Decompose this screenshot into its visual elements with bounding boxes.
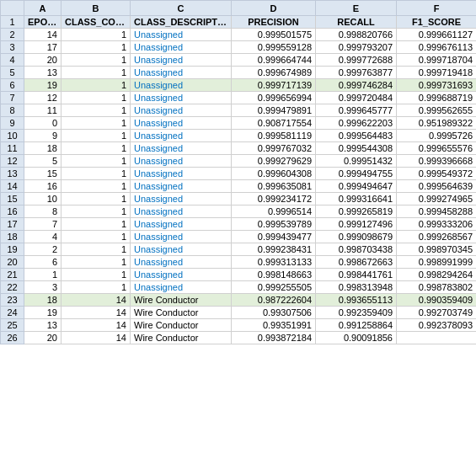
epoch-cell: 4 — [24, 231, 62, 243]
table-row: 4201Unassigned0.9996647440.9997726880.99… — [1, 54, 477, 67]
recall-cell: 0.998672663 — [316, 256, 397, 269]
f1-score-cell: 0.999661127 — [397, 29, 477, 41]
f1-score-cell: 0.999549372 — [397, 168, 477, 180]
class-code-cell: 1 — [62, 130, 131, 142]
f1-score-cell: 0.999564639 — [397, 180, 477, 193]
recall-cell: 0.999720484 — [316, 92, 397, 104]
row-number: 16 — [1, 205, 24, 218]
precision-cell: 0.998148663 — [232, 269, 316, 281]
recall-cell: 0.999494755 — [316, 168, 397, 180]
recall-cell: 0.999645777 — [316, 104, 397, 117]
class-description-cell: Unassigned — [131, 104, 232, 117]
class-code-cell: 1 — [62, 92, 131, 104]
class-code-cell: 1 — [62, 155, 131, 168]
precision-cell: 0.908717554 — [232, 117, 316, 130]
recall-cell: 0.999746284 — [316, 79, 397, 92]
epoch-cell: 13 — [24, 319, 62, 332]
row-number: 10 — [1, 130, 24, 142]
class-description-cell: Unassigned — [131, 218, 232, 231]
f1-score-cell: 0.998294264 — [397, 269, 477, 281]
f1-score-cell: 0.998783802 — [397, 281, 477, 294]
class-code-cell: 1 — [62, 29, 131, 41]
row-number: 6 — [1, 79, 24, 92]
f1-score-cell: 0.999676113 — [397, 41, 477, 54]
table-row: 8111Unassigned0.9994798910.9996457770.99… — [1, 104, 477, 117]
row-number: 20 — [1, 256, 24, 269]
table-row: 5131Unassigned0.9996749890.9997638770.99… — [1, 67, 477, 79]
f1-score-cell: 0.999731693 — [397, 79, 477, 92]
table-row: 1921Unassigned0.9992384310.9987034380.99… — [1, 243, 477, 256]
class-description-cell: Wire Conductor — [131, 332, 232, 344]
precision-cell: 0.999501575 — [232, 29, 316, 41]
class-description-cell: Unassigned — [131, 193, 232, 205]
class-description-cell: Unassigned — [131, 92, 232, 104]
class-description-cell: Unassigned — [131, 130, 232, 142]
header-cell-c: CLASS_DESCRIPTION — [131, 16, 232, 29]
epoch-cell: 13 — [24, 67, 62, 79]
class-description-cell: Wire Conductor — [131, 319, 232, 332]
recall-cell: 0.999622203 — [316, 117, 397, 130]
recall-cell: 0.992359409 — [316, 307, 397, 319]
f1-score-cell: 0.990359409 — [397, 294, 477, 307]
precision-cell: 0.999238431 — [232, 243, 316, 256]
epoch-cell: 20 — [24, 332, 62, 344]
recall-cell: 0.90091856 — [316, 332, 397, 344]
f1-score-cell: 0.9995726 — [397, 130, 477, 142]
precision-cell: 0.999255505 — [232, 281, 316, 294]
f1-score-cell: 0.998970345 — [397, 243, 477, 256]
class-code-cell: 1 — [62, 67, 131, 79]
spreadsheet-table: ABCDEF1EPOCHCLASS_CODECLASS_DESCRIPTIONP… — [0, 0, 476, 344]
precision-cell: 0.999717139 — [232, 79, 316, 92]
class-description-cell: Unassigned — [131, 155, 232, 168]
epoch-cell: 19 — [24, 307, 62, 319]
row-number: 14 — [1, 180, 24, 193]
table-row: 11181Unassigned0.9997670320.9995443080.9… — [1, 142, 477, 155]
row-number: 5 — [1, 67, 24, 79]
table-row: 7121Unassigned0.9996569940.9997204840.99… — [1, 92, 477, 104]
table-row: 901Unassigned0.9087175540.9996222030.951… — [1, 117, 477, 130]
f1-score-cell: 0.992703749 — [397, 307, 477, 319]
row-number: 25 — [1, 319, 24, 332]
table-row: 1841Unassigned0.9994394770.9990986790.99… — [1, 231, 477, 243]
precision-cell: 0.999664744 — [232, 54, 316, 67]
epoch-cell: 9 — [24, 130, 62, 142]
class-code-cell: 1 — [62, 117, 131, 130]
epoch-cell: 12 — [24, 92, 62, 104]
recall-cell: 0.999793207 — [316, 41, 397, 54]
table-row: 2111Unassigned0.9981486630.9984417610.99… — [1, 269, 477, 281]
row-number: 19 — [1, 243, 24, 256]
recall-cell: 0.999265819 — [316, 205, 397, 218]
epoch-cell: 10 — [24, 193, 62, 205]
class-description-cell: Unassigned — [131, 281, 232, 294]
table-row: 13151Unassigned0.9996043080.9994947550.9… — [1, 168, 477, 180]
epoch-cell: 11 — [24, 104, 62, 117]
epoch-cell: 0 — [24, 117, 62, 130]
epoch-cell: 20 — [24, 54, 62, 67]
col-header-A: A — [24, 1, 62, 16]
class-code-cell: 1 — [62, 41, 131, 54]
f1-score-cell: 0.999719418 — [397, 67, 477, 79]
header-cell-a: EPOCH — [24, 16, 62, 29]
epoch-cell: 16 — [24, 180, 62, 193]
class-code-cell: 1 — [62, 281, 131, 294]
recall-cell: 0.998441761 — [316, 269, 397, 281]
row-number: 7 — [1, 92, 24, 104]
class-code-cell: 14 — [62, 319, 131, 332]
precision-cell: 0.987222604 — [232, 294, 316, 307]
f1-score-cell: 0.951989322 — [397, 117, 477, 130]
table-row: 2061Unassigned0.9993131330.9986726630.99… — [1, 256, 477, 269]
epoch-cell: 6 — [24, 256, 62, 269]
class-code-cell: 14 — [62, 307, 131, 319]
class-description-cell: Unassigned — [131, 79, 232, 92]
recall-cell: 0.999772688 — [316, 54, 397, 67]
table-row: 241914Wire Conductor0.993075060.99235940… — [1, 307, 477, 319]
precision-cell: 0.999234172 — [232, 193, 316, 205]
row-number: 1 — [1, 16, 24, 29]
recall-cell: 0.999544308 — [316, 142, 397, 155]
precision-cell: 0.999581119 — [232, 130, 316, 142]
table-row: 3171Unassigned0.9995591280.9997932070.99… — [1, 41, 477, 54]
col-header-C: C — [131, 1, 232, 16]
header-cell-b: CLASS_CODE — [62, 16, 131, 29]
f1-score-cell: 0.992378093 — [397, 319, 477, 332]
recall-cell: 0.999494647 — [316, 180, 397, 193]
